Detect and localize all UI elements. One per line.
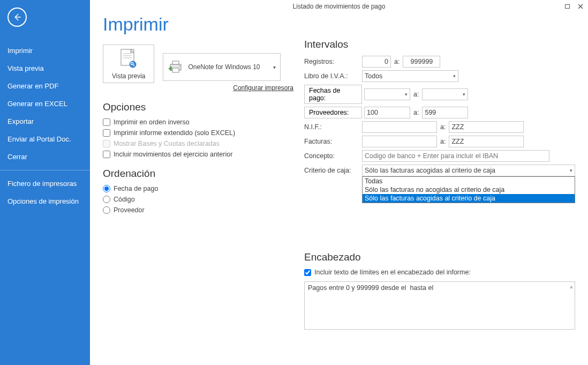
nif-to[interactable]	[449, 121, 524, 133]
sidebar-item-opciones-imp[interactable]: Opciones de impresión	[0, 192, 90, 210]
opt-prev-ex-label: Incluir movimientos del ejercicio anteri…	[114, 151, 232, 158]
ord-prov-radio[interactable]	[103, 206, 110, 214]
enc-include[interactable]: Incluir texto de límites en el encabezad…	[304, 269, 575, 276]
opt-extended-label: Imprimir informe extendido (solo EXCEL)	[114, 129, 235, 137]
sidebar-item-excel[interactable]: Generar en EXCEL	[0, 95, 90, 113]
svg-rect-0	[566, 5, 570, 9]
row-fechas: Fechas de pago: ▾ a: ▾	[304, 85, 575, 104]
printer-selector[interactable]: OneNote for Windows 10 ▾	[163, 53, 281, 81]
row-criterio: Criterio de caja: Sólo las facturas acog…	[304, 165, 575, 176]
opt-inverse-label: Imprimir en orden inverso	[114, 118, 190, 126]
criterio-label: Criterio de caja:	[304, 167, 362, 174]
a-sep: a:	[440, 138, 446, 145]
concepto-input[interactable]	[362, 150, 549, 162]
chevron-down-icon: ▾	[567, 168, 572, 173]
facturas-label: Facturas:	[304, 138, 362, 145]
proveedores-button[interactable]: Proveedores:	[304, 107, 362, 118]
ord-fecha[interactable]: Fecha de pago	[103, 185, 296, 192]
opt-bases-check	[103, 140, 110, 147]
enc-include-label: Incluir texto de límites en el encabezad…	[314, 269, 471, 276]
scroll-up-icon: ▲	[569, 284, 574, 289]
nif-label: N.I.F.:	[304, 123, 362, 131]
row-facturas: Facturas: a:	[304, 136, 575, 147]
registros-to[interactable]	[403, 56, 440, 68]
libro-value: Todos	[365, 72, 382, 80]
prov-to[interactable]	[422, 107, 468, 118]
chevron-down-icon: ▾	[273, 64, 276, 70]
orden-heading: Ordenación	[103, 168, 296, 180]
chevron-down-icon: ▾	[459, 92, 465, 97]
row-proveedores: Proveedores: a:	[304, 107, 575, 118]
a-sep: a:	[440, 123, 446, 131]
ord-codigo-label: Código	[114, 196, 135, 203]
vista-previa-label: Vista previa	[112, 72, 145, 80]
sidebar-item-cerrar[interactable]: Cerrar	[0, 148, 90, 166]
a-sep: a:	[413, 109, 419, 116]
main-area: Listado de movimientos de pago Imprimir …	[90, 0, 588, 365]
opt-prev-ex[interactable]: Incluir movimientos del ejercicio anteri…	[103, 151, 296, 158]
fecha-to[interactable]: ▾	[422, 88, 468, 100]
vista-previa-button[interactable]: Vista previa	[103, 44, 154, 83]
fact-from[interactable]	[362, 136, 437, 147]
enc-textarea[interactable]	[304, 281, 575, 330]
concepto-label: Concepto:	[304, 152, 362, 160]
chevron-down-icon: ▾	[402, 92, 408, 97]
sidebar-item-exportar[interactable]: Exportar	[0, 113, 90, 130]
sidebar-item-imprimir[interactable]: Imprimir	[0, 42, 90, 59]
sidebar-item-pdf[interactable]: Generar en PDF	[0, 77, 90, 95]
ord-prov-label: Proveedor	[114, 206, 145, 214]
ord-prov[interactable]: Proveedor	[103, 206, 296, 214]
row-registros: Registros: a:	[304, 56, 575, 68]
svg-rect-10	[172, 68, 179, 72]
titlebar: Listado de movimientos de pago	[90, 0, 588, 13]
prov-from[interactable]	[364, 107, 410, 118]
registros-from[interactable]	[362, 56, 391, 68]
a-sep: a:	[394, 58, 399, 65]
criterio-opt-1[interactable]: Sólo las facturas no acogidas al criteri…	[363, 185, 575, 194]
row-libro: Libro de I.V.A.: Todos▾	[304, 70, 575, 82]
opt-prev-ex-check[interactable]	[103, 151, 110, 158]
opt-bases-label: Mostrar Bases y Cuotas declaradas	[114, 140, 220, 147]
opt-extended[interactable]: Imprimir informe extendido (solo EXCEL)	[103, 129, 296, 137]
enc-include-check[interactable]	[304, 269, 311, 276]
ord-codigo[interactable]: Código	[103, 196, 296, 203]
restore-icon	[564, 3, 571, 10]
criterio-dropdown-list: Todas Sólo las facturas no acogidas al c…	[362, 176, 575, 203]
restore-button[interactable]	[563, 2, 572, 11]
libro-label: Libro de I.V.A.:	[304, 72, 362, 80]
configure-printer-link[interactable]: Configurar impresora	[163, 84, 293, 92]
printer-name: OneNote for Windows 10	[188, 63, 273, 71]
fecha-from[interactable]: ▾	[364, 88, 410, 100]
libro-dropdown[interactable]: Todos▾	[362, 70, 458, 82]
opt-extended-check[interactable]	[103, 129, 110, 137]
fact-to[interactable]	[449, 136, 524, 147]
close-button[interactable]	[576, 2, 585, 11]
printer-icon	[168, 59, 184, 75]
ord-codigo-radio[interactable]	[103, 196, 110, 203]
row-concepto: Concepto:	[304, 150, 575, 162]
criterio-opt-2[interactable]: Sólo las facturas acogidas al criterio d…	[363, 194, 575, 203]
sidebar-separator	[0, 170, 90, 170]
page-title: Imprimir	[103, 14, 575, 35]
svg-point-11	[179, 65, 180, 66]
criterio-opt-0[interactable]: Todas	[363, 177, 575, 185]
opt-bases: Mostrar Bases y Cuotas declaradas	[103, 140, 296, 147]
back-button[interactable]	[7, 8, 27, 27]
nif-from[interactable]	[362, 121, 437, 133]
fechas-button[interactable]: Fechas de pago:	[304, 85, 362, 104]
criterio-value: Sólo las facturas acogidas al criterio d…	[365, 167, 495, 174]
svg-rect-9	[172, 61, 179, 64]
sidebar: Imprimir Vista previa Generar en PDF Gen…	[0, 0, 90, 365]
opt-inverse[interactable]: Imprimir en orden inverso	[103, 118, 296, 126]
a-sep: a:	[413, 91, 419, 98]
opt-inverse-check[interactable]	[103, 118, 110, 126]
sidebar-item-fichero[interactable]: Fichero de impresoras	[0, 175, 90, 192]
criterio-dropdown[interactable]: Sólo las facturas acogidas al criterio d…	[362, 165, 575, 176]
ord-fecha-radio[interactable]	[103, 185, 110, 192]
window-title: Listado de movimientos de pago	[90, 3, 588, 10]
encabezado-heading: Encabezado	[304, 251, 575, 263]
sidebar-item-portal[interactable]: Enviar al Portal Doc.	[0, 130, 90, 148]
close-icon	[577, 3, 584, 10]
sidebar-item-vista-previa[interactable]: Vista previa	[0, 59, 90, 77]
chevron-down-icon: ▾	[450, 73, 456, 79]
